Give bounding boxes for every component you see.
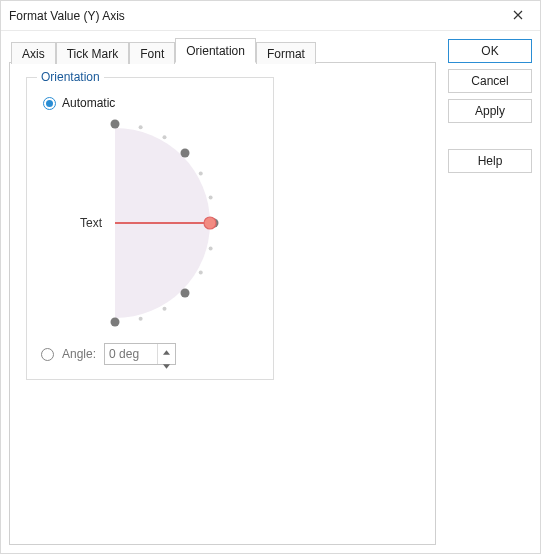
angle-dial[interactable]: Text: [55, 118, 245, 331]
svg-point-7: [139, 125, 143, 129]
group-label: Orientation: [37, 70, 104, 84]
angle-radio[interactable]: [41, 348, 54, 361]
svg-point-2: [199, 271, 203, 275]
svg-point-12: [111, 120, 120, 129]
cancel-button[interactable]: Cancel: [448, 69, 532, 93]
dialog-body: Axis Tick Mark Font Orientation Format O…: [1, 31, 540, 553]
svg-point-11: [181, 148, 190, 157]
button-column: OK Cancel Apply Help: [436, 39, 532, 545]
tab-tick-mark[interactable]: Tick Mark: [56, 42, 130, 64]
dial-svg: Text: [55, 118, 245, 328]
tab-label: Orientation: [186, 44, 245, 58]
tab-label: Axis: [22, 47, 45, 61]
button-label: Apply: [475, 104, 505, 118]
tab-label: Tick Mark: [67, 47, 119, 61]
window-title: Format Value (Y) Axis: [9, 9, 496, 23]
spinner-down[interactable]: [158, 358, 175, 372]
svg-point-0: [139, 317, 143, 321]
svg-point-3: [209, 247, 213, 251]
svg-point-1: [163, 307, 167, 311]
dialog-window: Format Value (Y) Axis Axis Tick Mark Fon…: [0, 0, 541, 554]
tab-container: Axis Tick Mark Font Orientation Format O…: [9, 39, 436, 545]
chevron-up-icon: [163, 344, 170, 358]
close-icon: [513, 9, 523, 23]
spacer: [448, 129, 532, 143]
spinner-arrows: [157, 344, 175, 364]
left-pane: Axis Tick Mark Font Orientation Format O…: [9, 39, 436, 545]
automatic-radio[interactable]: [43, 97, 56, 110]
tab-label: Format: [267, 47, 305, 61]
ok-button[interactable]: OK: [448, 39, 532, 63]
close-button[interactable]: [496, 1, 540, 31]
tab-strip: Axis Tick Mark Font Orientation Format: [9, 39, 436, 63]
orientation-group: Orientation Automatic Text: [26, 77, 274, 380]
svg-point-6: [163, 135, 167, 139]
svg-point-5: [199, 172, 203, 176]
spinner-up[interactable]: [158, 344, 175, 358]
tab-panel-orientation: Orientation Automatic Text: [9, 62, 436, 545]
svg-point-4: [209, 195, 213, 199]
help-button[interactable]: Help: [448, 149, 532, 173]
angle-spinner[interactable]: [104, 343, 176, 365]
automatic-label: Automatic: [62, 96, 115, 110]
button-label: Help: [478, 154, 503, 168]
angle-label: Angle:: [62, 347, 96, 361]
button-label: Cancel: [471, 74, 508, 88]
button-label: OK: [481, 44, 498, 58]
radio-dot-icon: [46, 100, 53, 107]
angle-radio-row: Angle:: [41, 343, 259, 365]
tab-axis[interactable]: Axis: [11, 42, 56, 64]
chevron-down-icon: [163, 358, 170, 372]
tab-label: Font: [140, 47, 164, 61]
svg-point-8: [111, 318, 120, 327]
svg-text:Text: Text: [80, 216, 103, 230]
angle-input[interactable]: [105, 344, 157, 364]
apply-button[interactable]: Apply: [448, 99, 532, 123]
tab-font[interactable]: Font: [129, 42, 175, 64]
titlebar: Format Value (Y) Axis: [1, 1, 540, 31]
svg-point-14: [204, 217, 216, 229]
tab-format[interactable]: Format: [256, 42, 316, 64]
svg-point-9: [181, 289, 190, 298]
automatic-radio-row: Automatic: [43, 96, 257, 110]
tab-orientation[interactable]: Orientation: [175, 38, 256, 63]
